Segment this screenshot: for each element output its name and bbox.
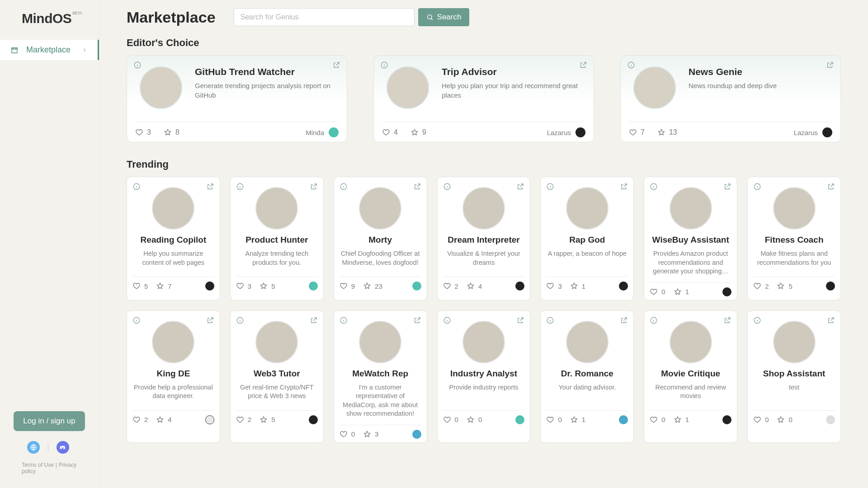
info-icon[interactable] <box>546 183 554 191</box>
external-link-icon[interactable] <box>310 183 318 191</box>
editor-card[interactable]: News Genie News roundup and deep dive 7 … <box>620 55 841 142</box>
trending-card[interactable]: Shop Assistant test 0 0 <box>747 310 841 443</box>
stars-stat[interactable]: 5 <box>259 282 275 290</box>
trending-card[interactable]: Dream Interpreter Visualize & Interpret … <box>437 177 531 300</box>
stars-stat[interactable]: 4 <box>156 416 171 424</box>
external-link-icon[interactable] <box>620 183 628 191</box>
editor-card[interactable]: GitHub Trend Watcher Generate trending p… <box>127 55 347 142</box>
likes-stat[interactable]: 9 <box>340 282 355 290</box>
discord-icon[interactable] <box>57 441 69 454</box>
external-link-icon[interactable] <box>827 183 835 191</box>
login-signup-button[interactable]: Log in / sign up <box>14 411 85 431</box>
likes-stat[interactable]: 0 <box>650 416 665 424</box>
likes-stat[interactable]: 2 <box>236 416 251 424</box>
external-link-icon[interactable] <box>579 61 587 69</box>
likes-stat[interactable]: 3 <box>546 282 561 290</box>
trending-card[interactable]: Dr. Romance Your dating advisor. 0 1 <box>540 310 634 443</box>
trending-card[interactable]: King DE Provide help a professional data… <box>127 310 220 443</box>
card-title: Web3 Tutor <box>236 369 318 379</box>
stars-stat[interactable]: 8 <box>164 128 179 136</box>
info-icon[interactable] <box>133 61 142 69</box>
external-link-icon[interactable] <box>413 183 421 191</box>
trending-card[interactable]: Reading Copilot Help you summarize conte… <box>127 177 220 300</box>
external-link-icon[interactable] <box>332 61 340 69</box>
external-link-icon[interactable] <box>620 316 628 324</box>
likes-stat[interactable]: 0 <box>650 288 665 296</box>
stars-stat[interactable]: 4 <box>467 282 482 290</box>
likes-stat[interactable]: 3 <box>135 128 151 136</box>
external-link-icon[interactable] <box>516 183 524 191</box>
stars-stat[interactable]: 23 <box>363 282 382 290</box>
stars-stat[interactable]: 1 <box>570 416 585 424</box>
card-description: Help you plan your trip and recommend gr… <box>442 81 581 100</box>
stars-stat[interactable]: 5 <box>777 282 792 290</box>
info-icon[interactable] <box>650 316 658 324</box>
stars-stat[interactable]: 3 <box>363 430 378 438</box>
stars-stat[interactable]: 5 <box>259 416 275 424</box>
trending-card[interactable]: Fitness Coach Make fitness plans and rec… <box>747 177 841 300</box>
likes-stat[interactable]: 0 <box>443 416 458 424</box>
globe-icon[interactable] <box>27 441 40 454</box>
likes-stat[interactable]: 2 <box>753 282 769 290</box>
info-icon[interactable] <box>627 61 635 69</box>
stars-stat[interactable]: 7 <box>156 282 171 290</box>
terms-link[interactable]: Terms of Use <box>22 462 54 468</box>
stars-stat[interactable]: 0 <box>467 416 482 424</box>
external-link-icon[interactable] <box>206 316 214 324</box>
editor-card[interactable]: Trip Advisor Help you plan your trip and… <box>373 55 594 142</box>
info-icon[interactable] <box>753 183 761 191</box>
trending-card[interactable]: WiseBuy Assistant Provides Amazon produc… <box>644 177 737 300</box>
info-icon[interactable] <box>340 183 348 191</box>
stars-stat[interactable]: 9 <box>410 128 426 136</box>
info-icon[interactable] <box>650 183 658 191</box>
external-link-icon[interactable] <box>826 61 834 69</box>
trending-card[interactable]: Movie Critique Recommend and review movi… <box>644 310 737 443</box>
likes-stat[interactable]: 0 <box>753 416 769 424</box>
chevron-right-icon <box>81 47 88 53</box>
likes-stat[interactable]: 2 <box>132 416 148 424</box>
stars-stat[interactable]: 13 <box>657 128 677 136</box>
info-icon[interactable] <box>340 316 348 324</box>
info-icon[interactable] <box>443 316 451 324</box>
stars-stat[interactable]: 1 <box>570 282 585 290</box>
card-title: Industry Analyst <box>443 369 525 379</box>
stars-stat[interactable]: 0 <box>777 416 792 424</box>
likes-stat[interactable]: 0 <box>546 416 561 424</box>
likes-stat[interactable]: 3 <box>236 282 251 290</box>
info-icon[interactable] <box>443 183 451 191</box>
trending-card[interactable]: Product Hunter Analyze trending tech pro… <box>230 177 324 300</box>
info-icon[interactable] <box>546 316 554 324</box>
info-icon[interactable] <box>132 316 141 324</box>
likes-stat[interactable]: 2 <box>443 282 458 290</box>
external-link-icon[interactable] <box>516 316 524 324</box>
logo[interactable]: MindOSBETA <box>0 0 99 31</box>
info-icon[interactable] <box>236 316 244 324</box>
info-icon[interactable] <box>236 183 244 191</box>
likes-stat[interactable]: 4 <box>382 128 398 136</box>
info-icon[interactable] <box>132 183 141 191</box>
card-title: Movie Critique <box>650 369 731 379</box>
external-link-icon[interactable] <box>827 316 835 324</box>
info-icon[interactable] <box>753 316 761 324</box>
search-input[interactable] <box>234 8 415 26</box>
trending-card[interactable]: MeWatch Rep I'm a customer representativ… <box>334 310 427 443</box>
search-button[interactable]: Search <box>418 8 470 26</box>
trending-card[interactable]: Industry Analyst Provide industry report… <box>437 310 531 443</box>
external-link-icon[interactable] <box>310 316 318 324</box>
info-icon[interactable] <box>380 61 388 69</box>
external-link-icon[interactable] <box>723 316 731 324</box>
likes-stat[interactable]: 7 <box>629 128 645 136</box>
avatar <box>152 321 194 363</box>
external-link-icon[interactable] <box>206 183 214 191</box>
trending-card[interactable]: Morty Chief Dogfooding Officer at Mindve… <box>334 177 427 300</box>
stars-stat[interactable]: 1 <box>674 416 689 424</box>
trending-card[interactable]: Web3 Tutor Get real-time Crypto/NFT pric… <box>230 310 324 443</box>
external-link-icon[interactable] <box>723 183 731 191</box>
stars-stat[interactable]: 1 <box>674 288 689 296</box>
likes-stat[interactable]: 0 <box>340 430 355 438</box>
external-link-icon[interactable] <box>413 316 421 324</box>
card-description: I'm a customer representative of MediaCo… <box>340 383 421 418</box>
trending-card[interactable]: Rap God A rapper, a beacon of hope 3 1 <box>540 177 634 300</box>
likes-stat[interactable]: 5 <box>132 282 148 290</box>
sidebar-item-marketplace[interactable]: Marketplace <box>0 40 99 60</box>
